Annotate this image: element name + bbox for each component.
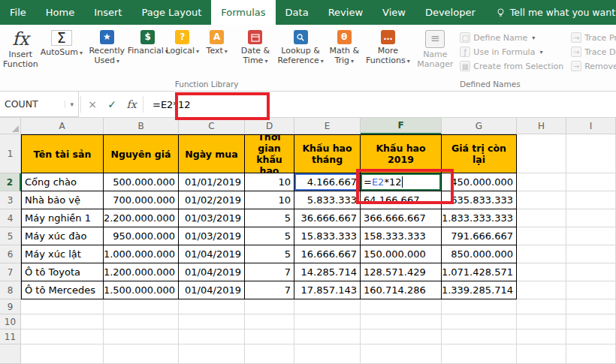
header-cell-B1[interactable]: Nguyên giá	[104, 134, 179, 173]
cell-D11[interactable]	[245, 329, 294, 344]
tell-me-search[interactable]: Tell me what you want to do...	[485, 0, 616, 25]
cell-H11[interactable]	[517, 329, 566, 344]
cell-C8[interactable]: 01/04/2019	[179, 281, 245, 299]
cell-F12[interactable]	[361, 344, 442, 364]
recently-used-button[interactable]: ★ Recently Used▾	[83, 27, 131, 65]
define-name-button[interactable]: □ Define Name ▾	[457, 32, 566, 44]
column-header-I[interactable]: I	[566, 118, 616, 134]
cell-H6[interactable]	[517, 245, 566, 263]
cell-D2[interactable]: 10	[245, 173, 294, 191]
cell-C12[interactable]	[179, 344, 245, 364]
cell-G8[interactable]: 1.339.285.714	[442, 281, 517, 299]
cell-I4[interactable]	[566, 209, 616, 227]
cell-E12[interactable]	[294, 344, 361, 364]
trace-precedents-button[interactable]: → Trace Prece	[568, 32, 616, 44]
cell-F6[interactable]: 150.000.000	[361, 245, 442, 263]
financial-button[interactable]: $ Financial▾	[131, 27, 165, 56]
row-header-5[interactable]: 5	[0, 227, 21, 245]
cell-C5[interactable]: 01/03/2019	[179, 227, 245, 245]
row-header-4[interactable]: 4	[0, 209, 21, 227]
cell-E3[interactable]: 5.833.333	[294, 191, 361, 209]
cell-B11[interactable]	[104, 329, 179, 344]
cell-I10[interactable]	[566, 314, 616, 329]
tab-insert[interactable]: Insert	[84, 0, 131, 25]
cell-G11[interactable]	[442, 329, 517, 344]
cell-A3[interactable]: Nhà bảo vệ	[21, 191, 104, 209]
lookup-reference-button[interactable]: Lookup & Reference▾	[276, 27, 325, 65]
cell-I7[interactable]	[566, 263, 616, 281]
cell-F10[interactable]	[361, 314, 442, 329]
cell-H2[interactable]	[517, 173, 566, 191]
column-header-A[interactable]: A	[21, 118, 104, 134]
row-header-7[interactable]: 7	[0, 263, 21, 281]
select-all-corner[interactable]	[0, 118, 21, 134]
create-from-selection-button[interactable]: ▦ Create from Selection	[457, 60, 566, 72]
cell-A12[interactable]	[21, 344, 104, 364]
tab-developer[interactable]: Developer	[415, 0, 485, 25]
cell-H12[interactable]	[517, 344, 566, 364]
cell-D12[interactable]	[245, 344, 294, 364]
cell-G6[interactable]: 850.000.000	[442, 245, 517, 263]
cell-F3[interactable]: 64.166.667	[361, 191, 442, 209]
cell-B7[interactable]: 1.200.000.000	[104, 263, 179, 281]
header-cell-E1[interactable]: Khấu hao tháng	[294, 134, 361, 173]
use-in-formula-button[interactable]: ƒ Use in Formula ▾	[457, 46, 566, 58]
column-header-G[interactable]: G	[442, 118, 517, 134]
cell-B6[interactable]: 1.000.000.000	[104, 245, 179, 263]
cell-I5[interactable]	[566, 227, 616, 245]
header-cell-A1[interactable]: Tên tài sản	[21, 134, 104, 173]
column-header-E[interactable]: E	[294, 118, 361, 134]
cell-G3[interactable]: 635.833.333	[442, 191, 517, 209]
cell-F11[interactable]	[361, 329, 442, 344]
row-header-1[interactable]: 1	[0, 134, 21, 173]
cell-G9[interactable]	[442, 299, 517, 314]
cell-C2[interactable]: 01/01/2019	[179, 173, 245, 191]
cell-A4[interactable]: Máy nghiền 1	[21, 209, 104, 227]
cell-B10[interactable]	[104, 314, 179, 329]
cell-A6[interactable]: Máy xúc lật	[21, 245, 104, 263]
cell-H4[interactable]	[517, 209, 566, 227]
cell-I11[interactable]	[566, 329, 616, 344]
cell-H8[interactable]	[517, 281, 566, 299]
text-button[interactable]: A Text▾	[200, 27, 234, 56]
cell-H3[interactable]	[517, 191, 566, 209]
cell-G7[interactable]: 1.071.428.571	[442, 263, 517, 281]
row-header-10[interactable]: 10	[0, 314, 21, 329]
cell-G5[interactable]: 791.666.667	[442, 227, 517, 245]
cell-I6[interactable]	[566, 245, 616, 263]
header-cell-F1[interactable]: Khấu hao 2019	[361, 134, 442, 173]
column-header-F[interactable]: F	[361, 118, 442, 134]
column-header-B[interactable]: B	[104, 118, 179, 134]
cell-D4[interactable]: 5	[245, 209, 294, 227]
cell-I8[interactable]	[566, 281, 616, 299]
tab-formulas[interactable]: Formulas	[211, 0, 275, 25]
cell-C3[interactable]: 01/02/2019	[179, 191, 245, 209]
row-header-12[interactable]	[0, 344, 21, 364]
cell-I3[interactable]	[566, 191, 616, 209]
tab-view[interactable]: View	[373, 0, 415, 25]
cell-C9[interactable]	[179, 299, 245, 314]
name-box[interactable]: COUNT ▾	[0, 92, 79, 117]
math-trig-button[interactable]: θ Math & Trig▾	[325, 27, 364, 65]
cell-E2[interactable]: 4.166.667	[294, 173, 361, 191]
insert-function-button[interactable]: fx Insert Function	[2, 27, 40, 69]
cell-F9[interactable]	[361, 299, 442, 314]
cell-H9[interactable]	[517, 299, 566, 314]
header-cell-D1[interactable]: Thời gian khấu hao	[245, 134, 294, 173]
cell-D10[interactable]	[245, 314, 294, 329]
cell-I12[interactable]	[566, 344, 616, 364]
cell-B2[interactable]: 500.000.000	[104, 173, 179, 191]
autosum-button[interactable]: Σ AutoSum▾	[40, 27, 83, 58]
logical-button[interactable]: ? Logical▾	[165, 27, 200, 56]
cell-A2[interactable]: Cổng chào	[21, 173, 104, 191]
cell-A11[interactable]	[21, 329, 104, 344]
cell-B5[interactable]: 950.000.000	[104, 227, 179, 245]
cell-A10[interactable]	[21, 314, 104, 329]
row-header-11[interactable]: 11	[0, 329, 21, 344]
cell-E7[interactable]: 14.285.714	[294, 263, 361, 281]
tab-home[interactable]: Home	[36, 0, 84, 25]
cell-C11[interactable]	[179, 329, 245, 344]
cell-D7[interactable]: 7	[245, 263, 294, 281]
cell-E10[interactable]	[294, 314, 361, 329]
cell-A9[interactable]	[21, 299, 104, 314]
